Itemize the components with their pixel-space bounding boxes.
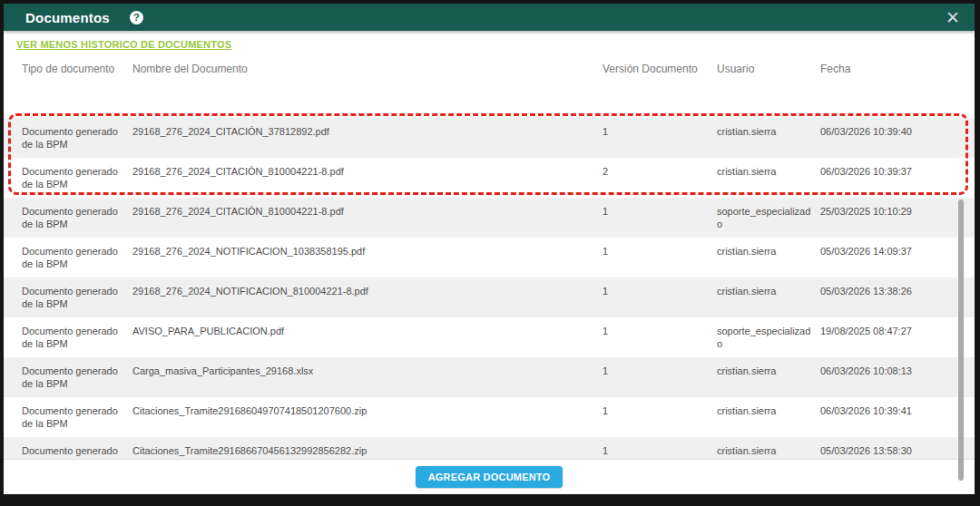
table-row[interactable]: Documento generado de la BPM 29168_276_2… — [4, 158, 975, 198]
cell-nombre-documento: 29168_276_2024_NOTIFICACION_1038358195.p… — [132, 245, 603, 258]
table-row[interactable]: Documento generado de la BPM 29168_276_2… — [4, 118, 975, 158]
cell-usuario: cristian.sierra — [717, 245, 820, 258]
table-row[interactable]: Documento generado de la BPM Citaciones_… — [4, 397, 975, 437]
cell-fecha: 05/03/2026 13:38:26 — [820, 285, 975, 297]
cell-tipo-documento: Documento generado de la BPM — [22, 245, 132, 270]
cell-tipo-documento: Documento generado de la BPM — [22, 325, 132, 350]
table-row[interactable]: Documento generado de la BPM 29168_276_2… — [4, 238, 975, 277]
table-row[interactable]: Documento generado de la BPM 29168_276_2… — [4, 277, 975, 317]
cell-tipo-documento: Documento generado de la BPM — [22, 365, 132, 390]
cell-fecha: 06/03/2026 10:39:40 — [820, 125, 975, 138]
column-header-nombre: Nombre del Documento — [132, 63, 603, 75]
cell-nombre-documento: Carga_masiva_Participantes_29168.xlsx — [132, 365, 603, 377]
table-scroll-area: Documento generado de la BPM 29168_276_2… — [4, 109, 975, 486]
cell-version: 2 — [603, 165, 717, 178]
cell-nombre-documento: 29168_276_2024_CITACIÓN_810004221-8.pdf — [132, 205, 603, 218]
cell-usuario: cristian.sierra — [717, 165, 820, 178]
cell-version: 1 — [603, 404, 717, 417]
cell-version: 1 — [603, 285, 717, 297]
cell-nombre-documento: AVISO_PARA_PUBLICACION.pdf — [132, 325, 603, 337]
cell-nombre-documento: Citaciones_Tramite2916866704561329928562… — [132, 444, 603, 457]
help-icon[interactable]: ? — [130, 11, 143, 24]
cell-usuario: cristian.sierra — [717, 365, 820, 377]
table-header-row: Tipo de documento Nombre del Documento V… — [4, 57, 975, 81]
cell-tipo-documento: Documento generado de la BPM — [22, 404, 132, 430]
cell-fecha: 06/03/2026 10:39:41 — [820, 404, 975, 417]
cell-nombre-documento: 29168_276_2024_CITACIÓN_37812892.pdf — [132, 125, 603, 138]
cell-version: 1 — [603, 205, 717, 218]
cell-tipo-documento: Documento generado de la BPM — [22, 285, 132, 310]
cell-nombre-documento: Citaciones_Tramite2916860497074185012076… — [132, 404, 603, 417]
cell-version: 1 — [603, 245, 717, 258]
cell-fecha: 05/03/2026 14:09:37 — [820, 245, 975, 258]
column-header-version: Versión Documento — [603, 63, 717, 75]
add-document-button[interactable]: AGREGAR DOCUMENTO — [416, 466, 564, 488]
cell-fecha: 19/08/2025 08:47:27 — [820, 325, 975, 337]
cell-fecha: 06/03/2026 10:39:37 — [820, 165, 975, 178]
cell-tipo-documento: Documento generado de la BPM — [22, 165, 132, 190]
cell-fecha: 05/03/2026 13:58:30 — [820, 444, 975, 457]
modal-title: Documentos — [25, 10, 110, 25]
cell-version: 1 — [603, 365, 717, 377]
cell-usuario: cristian.sierra — [717, 444, 820, 457]
cell-fecha: 25/03/2025 10:10:29 — [820, 205, 975, 218]
cell-usuario: soporte_especializado — [717, 325, 820, 350]
column-header-fecha: Fecha — [820, 63, 975, 75]
cell-version: 1 — [603, 125, 717, 138]
table-row[interactable]: Documento generado de la BPM 29168_276_2… — [4, 198, 975, 238]
cell-usuario: soporte_especializado — [717, 205, 820, 230]
table-rows-container: Documento generado de la BPM 29168_276_2… — [4, 118, 975, 486]
modal-body: VER MENOS HISTORICO DE DOCUMENTOS Tipo d… — [4, 31, 975, 494]
cell-version: 1 — [603, 444, 717, 457]
cell-nombre-documento: 29168_276_2024_CITACIÓN_810004221-8.pdf — [132, 165, 603, 178]
table-row[interactable]: Documento generado de la BPM AVISO_PARA_… — [4, 317, 975, 357]
cell-fecha: 06/03/2026 10:08:13 — [820, 365, 975, 377]
documents-modal: Documentos ? ✕ VER MENOS HISTORICO DE DO… — [4, 4, 975, 494]
cell-nombre-documento: 29168_276_2024_NOTIFICACION_810004221-8.… — [132, 285, 603, 297]
close-icon[interactable]: ✕ — [944, 9, 962, 26]
cell-usuario: cristian.sierra — [717, 285, 820, 297]
column-header-usuario: Usuario — [717, 63, 820, 75]
modal-footer: AGREGAR DOCUMENTO — [4, 459, 975, 494]
modal-header: Documentos ? ✕ — [4, 4, 975, 31]
vertical-scrollbar-thumb[interactable] — [958, 199, 964, 481]
cell-version: 1 — [603, 325, 717, 337]
cell-tipo-documento: Documento generado de la BPM — [22, 205, 132, 230]
cell-usuario: cristian.sierra — [717, 404, 820, 417]
table-row[interactable]: Documento generado de la BPM Carga_masiv… — [4, 357, 975, 397]
history-toggle-link[interactable]: VER MENOS HISTORICO DE DOCUMENTOS — [16, 39, 231, 50]
cell-tipo-documento: Documento generado de la BPM — [22, 125, 132, 151]
cell-usuario: cristian.sierra — [717, 125, 820, 138]
column-header-tipo: Tipo de documento — [22, 63, 132, 75]
